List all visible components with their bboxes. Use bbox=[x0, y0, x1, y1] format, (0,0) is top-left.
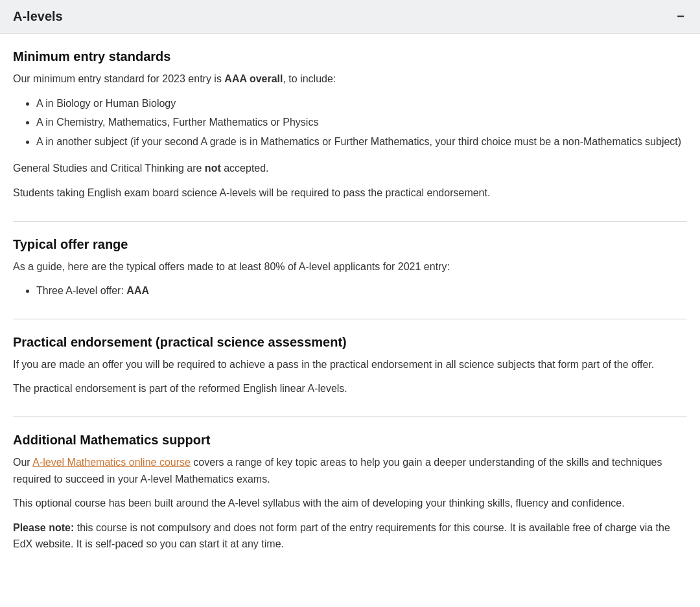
section-practical-endorsement: Practical endorsement (practical science… bbox=[13, 335, 687, 397]
minimum-entry-bullets: A in Biology or Human Biology A in Chemi… bbox=[13, 95, 687, 150]
section-title-minimum-entry: Minimum entry standards bbox=[13, 49, 687, 64]
bullet-text-before: Three A-level offer: bbox=[36, 285, 126, 296]
bullet-three-alevel: Three A-level offer: AAA bbox=[36, 282, 687, 299]
please-note-text: this course is not compulsory and does n… bbox=[13, 522, 670, 550]
content-area: Minimum entry standards Our minimum entr… bbox=[0, 34, 700, 591]
bullet-aaa: AAA bbox=[126, 285, 149, 296]
section-typical-offer: Typical offer range As a guide, here are… bbox=[13, 237, 687, 299]
section-additional-maths: Additional Mathematics support Our A-lev… bbox=[13, 433, 687, 553]
practical-para-2: The practical endorsement is part of the… bbox=[13, 380, 687, 397]
section-title-typical-offer: Typical offer range bbox=[13, 237, 687, 252]
section-title-practical: Practical endorsement (practical science… bbox=[13, 335, 687, 350]
additional-maths-intro: Our A-level Mathematics online course co… bbox=[13, 454, 687, 487]
intro-bold: AAA overall bbox=[224, 73, 283, 84]
typical-offer-bullets: Three A-level offer: AAA bbox=[13, 282, 687, 299]
collapse-button[interactable]: − bbox=[674, 9, 687, 24]
intro-text-after: , to include: bbox=[283, 73, 336, 84]
not-accepted-before: General Studies and Critical Thinking ar… bbox=[13, 163, 205, 174]
bullet-biology: A in Biology or Human Biology bbox=[36, 95, 687, 112]
please-note-bold: Please note: bbox=[13, 522, 74, 533]
not-accepted-paragraph: General Studies and Critical Thinking ar… bbox=[13, 160, 687, 177]
section-title-additional-maths: Additional Mathematics support bbox=[13, 433, 687, 448]
link-text-before: Our bbox=[13, 457, 32, 468]
bullet-chemistry: A in Chemistry, Mathematics, Further Mat… bbox=[36, 114, 687, 131]
not-accepted-after: accepted. bbox=[221, 163, 269, 174]
divider-2 bbox=[13, 319, 687, 319]
intro-paragraph: Our minimum entry standard for 2023 entr… bbox=[13, 71, 687, 87]
not-bold: not bbox=[205, 163, 221, 174]
intro-text-before: Our minimum entry standard for 2023 entr… bbox=[13, 73, 224, 84]
please-note-para: Please note: this course is not compulso… bbox=[13, 520, 687, 553]
endorsement-paragraph: Students taking English exam board scien… bbox=[13, 185, 687, 201]
practical-para-1: If you are made an offer you will be req… bbox=[13, 356, 687, 373]
page-title: A-levels bbox=[13, 9, 63, 24]
typical-offer-intro: As a guide, here are the typical offers … bbox=[13, 258, 687, 275]
divider-3 bbox=[13, 417, 687, 417]
section-minimum-entry: Minimum entry standards Our minimum entr… bbox=[13, 49, 687, 201]
bullet-another-subject: A in another subject (if your second A g… bbox=[36, 133, 687, 150]
optional-course-para: This optional course has been built arou… bbox=[13, 495, 687, 512]
alevel-maths-link[interactable]: A-level Mathematics online course bbox=[32, 457, 191, 468]
divider-1 bbox=[13, 221, 687, 222]
section-header: A-levels − bbox=[0, 0, 700, 34]
